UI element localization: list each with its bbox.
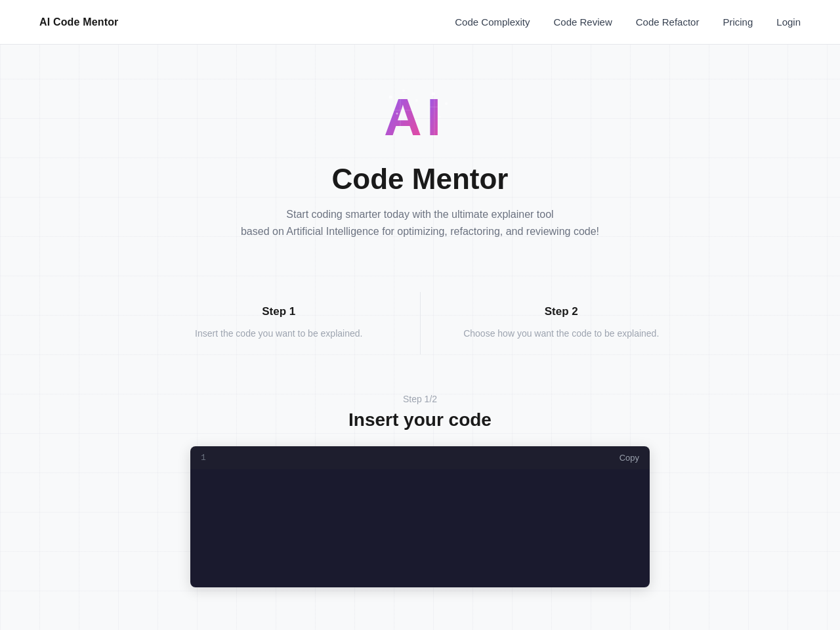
main-content: A I Code Mentor Start coding: [0, 45, 840, 600]
svg-point-7: [396, 113, 398, 115]
svg-point-2: [389, 96, 392, 99]
nav-login[interactable]: Login: [776, 16, 801, 28]
step-1: Step 1 Insert the code you want to be ex…: [138, 292, 421, 354]
code-editor: 1 Copy: [190, 446, 650, 587]
nav-code-complexity[interactable]: Code Complexity: [455, 16, 530, 28]
step-1-title: Step 1: [164, 305, 394, 318]
svg-point-8: [439, 116, 441, 118]
step-2-desc: Choose how you want the code to be expla…: [447, 326, 677, 341]
step-1-desc: Insert the code you want to be explained…: [164, 326, 394, 341]
ai-logo: A I: [381, 84, 459, 143]
steps-section: Step 1 Insert the code you want to be ex…: [125, 266, 715, 367]
step-2: Step 2 Choose how you want the code to b…: [421, 292, 703, 354]
nav-code-review[interactable]: Code Review: [554, 16, 612, 28]
nav-links: Code Complexity Code Review Code Refacto…: [455, 16, 801, 28]
svg-point-6: [445, 102, 448, 105]
line-number: 1: [201, 453, 206, 463]
hero-subtitle: Start coding smarter today with the ulti…: [13, 206, 827, 240]
code-editor-body[interactable]: [190, 469, 650, 587]
hero-section: A I Code Mentor Start coding: [0, 45, 840, 266]
svg-point-3: [402, 89, 405, 92]
navbar-brand: AI Code Mentor: [39, 16, 118, 28]
step-2-title: Step 2: [447, 305, 677, 318]
step-label: Step 1/2: [13, 394, 827, 404]
code-editor-header: 1 Copy: [190, 446, 650, 469]
navbar: AI Code Mentor Code Complexity Code Revi…: [0, 0, 840, 45]
nav-code-refactor[interactable]: Code Refactor: [636, 16, 700, 28]
insert-section: Step 1/2 Insert your code 1 Copy: [0, 368, 840, 600]
svg-text:I: I: [427, 88, 441, 143]
insert-title: Insert your code: [13, 410, 827, 430]
copy-button[interactable]: Copy: [620, 453, 639, 463]
nav-pricing[interactable]: Pricing: [723, 16, 753, 28]
svg-point-4: [415, 99, 418, 102]
hero-title: Code Mentor: [13, 163, 827, 196]
